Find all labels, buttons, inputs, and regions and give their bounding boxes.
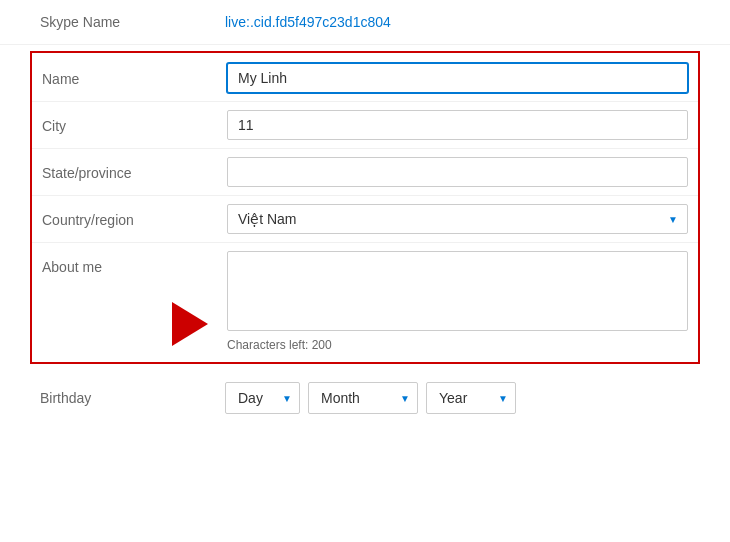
state-row: State/province	[32, 149, 698, 196]
skype-name-label: Skype Name	[40, 14, 225, 30]
year-select[interactable]: Year 202420232022 200019901980 197019601…	[426, 382, 516, 414]
about-label: About me	[42, 251, 227, 275]
country-select[interactable]: Việt Nam Afghanistan Albania Algeria Zim…	[227, 204, 688, 234]
red-arrow-icon	[172, 302, 208, 346]
country-row: Country/region Việt Nam Afghanistan Alba…	[32, 196, 698, 243]
year-select-wrapper: Year 202420232022 200019901980 197019601…	[426, 382, 516, 414]
birthday-label: Birthday	[40, 390, 225, 406]
name-row: Name	[32, 55, 698, 102]
about-row: About me Characters left: 200	[32, 243, 698, 360]
country-field-wrapper: Việt Nam Afghanistan Albania Algeria Zim…	[227, 204, 688, 234]
chars-left: Characters left: 200	[227, 338, 688, 352]
state-label: State/province	[42, 157, 227, 181]
about-textarea[interactable]	[227, 251, 688, 331]
day-select-wrapper: Day 1234 5678 9101112 13141516 17181920 …	[225, 382, 300, 414]
skype-name-value: live:.cid.fd5f497c23d1c804	[225, 14, 391, 30]
skype-name-row: Skype Name live:.cid.fd5f497c23d1c804	[0, 0, 730, 45]
name-input[interactable]	[227, 63, 688, 93]
country-label: Country/region	[42, 204, 227, 228]
city-row: City	[32, 102, 698, 149]
day-select[interactable]: Day 1234 5678 9101112 13141516 17181920 …	[225, 382, 300, 414]
edit-section: Name City State/province Country/region	[30, 51, 700, 364]
country-select-wrapper: Việt Nam Afghanistan Albania Algeria Zim…	[227, 204, 688, 234]
city-field-wrapper	[227, 110, 688, 140]
birthday-selects: Day 1234 5678 9101112 13141516 17181920 …	[225, 382, 516, 414]
month-select-wrapper: Month JanuaryFebruaryMarch AprilMayJune …	[308, 382, 418, 414]
city-label: City	[42, 110, 227, 134]
state-field-wrapper	[227, 157, 688, 187]
name-label: Name	[42, 63, 227, 87]
state-input[interactable]	[227, 157, 688, 187]
birthday-row: Birthday Day 1234 5678 9101112 13141516 …	[0, 370, 730, 426]
name-field-wrapper	[227, 63, 688, 93]
about-field-wrapper: Characters left: 200	[227, 251, 688, 352]
month-select[interactable]: Month JanuaryFebruaryMarch AprilMayJune …	[308, 382, 418, 414]
page: Skype Name live:.cid.fd5f497c23d1c804 Na…	[0, 0, 730, 542]
city-input[interactable]	[227, 110, 688, 140]
